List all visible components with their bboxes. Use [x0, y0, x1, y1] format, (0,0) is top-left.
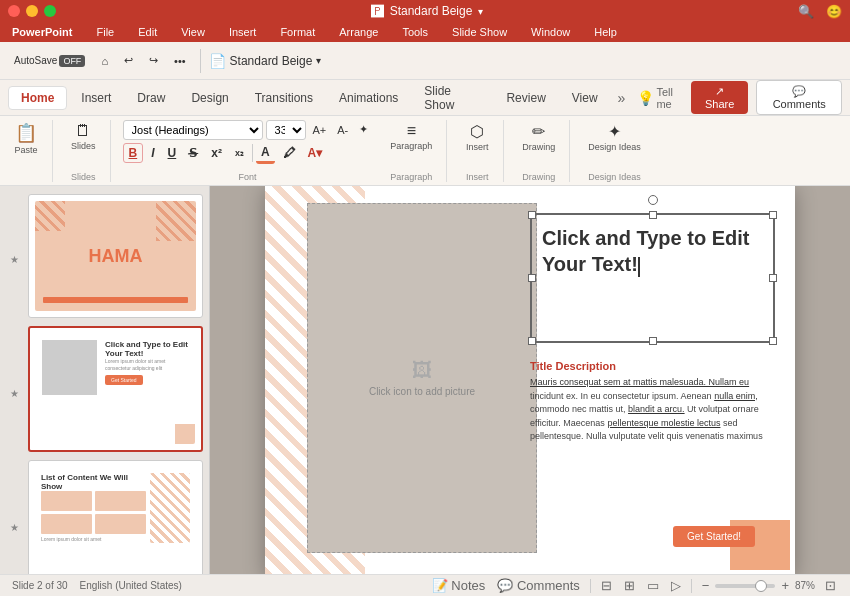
text-box-content[interactable]: Click and Type to Edit Your Text!: [542, 225, 763, 277]
undo-button[interactable]: ↩: [118, 51, 139, 70]
home-button[interactable]: ⌂: [95, 52, 114, 70]
handle-tm[interactable]: [649, 211, 657, 219]
chevron-down-icon[interactable]: ▾: [478, 6, 483, 17]
tab-animations[interactable]: Animations: [327, 87, 410, 109]
zoom-in-button[interactable]: +: [779, 576, 791, 595]
zoom-out-button[interactable]: −: [700, 576, 712, 595]
slide-2-image: [42, 340, 97, 395]
font-color-button[interactable]: A: [256, 143, 275, 164]
tab-draw[interactable]: Draw: [125, 87, 177, 109]
home-icon: ⌂: [101, 55, 108, 67]
tab-design[interactable]: Design: [179, 87, 240, 109]
slide-2-thumb[interactable]: Click and Type to Edit Your Text! Lorem …: [28, 326, 203, 452]
menu-insert[interactable]: Insert: [225, 26, 261, 38]
close-button[interactable]: [8, 5, 20, 17]
minimize-button[interactable]: [26, 5, 38, 17]
slide-sorter-button[interactable]: ⊞: [622, 576, 637, 595]
new-slide-button[interactable]: 🗒 Slides: [65, 120, 102, 153]
insert-icon: ⬡: [470, 122, 484, 141]
zoom-thumb[interactable]: [755, 580, 767, 592]
menu-arrange[interactable]: Arrange: [335, 26, 382, 38]
menu-help[interactable]: Help: [590, 26, 621, 38]
redo-icon: ↪: [149, 54, 158, 67]
underline-button[interactable]: U: [163, 144, 182, 162]
clear-format-button[interactable]: ✦: [355, 121, 372, 138]
tab-insert[interactable]: Insert: [69, 87, 123, 109]
tab-home[interactable]: Home: [8, 86, 67, 110]
font-decrease-button[interactable]: A-: [333, 122, 352, 138]
normal-view-button[interactable]: ⊟: [599, 576, 614, 595]
reading-view-button[interactable]: ▭: [645, 576, 661, 595]
font-increase-button[interactable]: A+: [309, 122, 331, 138]
menu-format[interactable]: Format: [276, 26, 319, 38]
handle-mr[interactable]: [769, 274, 777, 282]
paragraph-button[interactable]: ≡ Paragraph: [384, 120, 438, 153]
text-color-button[interactable]: A▾: [303, 144, 328, 162]
image-placeholder: 🖼 Click icon to add picture: [369, 359, 475, 397]
menu-view[interactable]: View: [177, 26, 209, 38]
doc-chevron-icon[interactable]: ▾: [316, 55, 321, 66]
handle-bm[interactable]: [649, 337, 657, 345]
get-started-button[interactable]: Get Started!: [673, 526, 755, 547]
menu-edit[interactable]: Edit: [134, 26, 161, 38]
tab-review[interactable]: Review: [494, 87, 557, 109]
slide-info: Slide 2 of 30: [12, 580, 68, 591]
handle-br[interactable]: [769, 337, 777, 345]
paste-button[interactable]: 📋 Paste: [8, 120, 44, 157]
rotate-handle[interactable]: [648, 195, 658, 205]
slide-3-thumb[interactable]: List of Content We Will Show Lorem ipsum…: [28, 460, 203, 574]
menu-window[interactable]: Window: [527, 26, 574, 38]
handle-bl[interactable]: [528, 337, 536, 345]
slide-3-cell-3: [41, 514, 92, 534]
handle-tl[interactable]: [528, 211, 536, 219]
ribbon-group-insert: ⬡ Insert Insert: [459, 120, 504, 182]
menu-file[interactable]: File: [93, 26, 119, 38]
redo-button[interactable]: ↪: [143, 51, 164, 70]
italic-button[interactable]: I: [146, 144, 159, 162]
presenter-view-button[interactable]: ▷: [669, 576, 683, 595]
tab-view[interactable]: View: [560, 87, 610, 109]
ribbon-right-actions: ↗ Share 💬 Comments: [691, 80, 842, 115]
bold-button[interactable]: B: [123, 143, 144, 163]
menu-slideshow[interactable]: Slide Show: [448, 26, 511, 38]
drawing-button[interactable]: ✏ Drawing: [516, 120, 561, 154]
zoom-slider[interactable]: [715, 584, 775, 588]
slide-2-container: 2 ★ Click and Type to Edit Your Text! Lo…: [6, 326, 203, 452]
notes-button[interactable]: 📝 Notes: [430, 576, 488, 595]
slide-canvas[interactable]: 🖼 Click icon to add picture: [265, 186, 795, 574]
slide-3-right: [150, 473, 190, 543]
font-family-select[interactable]: Jost (Headings): [123, 120, 263, 140]
tab-transitions[interactable]: Transitions: [243, 87, 325, 109]
canvas-image-area[interactable]: 🖼 Click icon to add picture: [307, 203, 537, 553]
fit-slide-button[interactable]: ⊡: [823, 576, 838, 595]
language-label: English (United States): [80, 580, 182, 591]
slide-1-title: HAMA: [89, 246, 143, 267]
share-button[interactable]: ↗ Share: [691, 81, 748, 114]
maximize-button[interactable]: [44, 5, 56, 17]
slide-1-thumb[interactable]: HAMA: [28, 194, 203, 318]
search-icon[interactable]: 🔍: [798, 4, 814, 19]
emoji-icon[interactable]: 😊: [826, 4, 842, 19]
handle-tr[interactable]: [769, 211, 777, 219]
comments-status-button[interactable]: 💬 Comments: [495, 576, 581, 595]
superscript-button[interactable]: x²: [206, 144, 227, 162]
highlight-button[interactable]: 🖍: [278, 144, 300, 162]
more-toolbar-button[interactable]: •••: [168, 52, 192, 70]
insert-button[interactable]: ⬡ Insert: [459, 120, 495, 154]
ribbon-group-slides: 🗒 Slides Slides: [65, 120, 111, 182]
design-ideas-button[interactable]: ✦ Design Ideas: [582, 120, 647, 154]
strikethrough-button[interactable]: S̶: [184, 144, 203, 162]
font-size-select[interactable]: 33: [266, 120, 306, 140]
text-box[interactable]: Click and Type to Edit Your Text!: [530, 213, 775, 343]
tab-slideshow[interactable]: Slide Show: [412, 80, 492, 116]
tell-me-label[interactable]: Tell me: [656, 86, 689, 110]
description-text: Mauris consequat sem at mattis malesuada…: [530, 376, 775, 444]
subscript-button[interactable]: x₂: [230, 146, 249, 160]
comments-button[interactable]: 💬 Comments: [756, 80, 842, 115]
menu-tools[interactable]: Tools: [398, 26, 432, 38]
image-placeholder-text: Click icon to add picture: [369, 386, 475, 397]
autosave-toggle[interactable]: AutoSave OFF: [8, 52, 91, 70]
ribbon-group-font: Jost (Headings) 33 A+ A- ✦ B I U S̶ x² x…: [123, 120, 373, 182]
handle-ml[interactable]: [528, 274, 536, 282]
tabs-more-icon[interactable]: »: [612, 90, 632, 106]
